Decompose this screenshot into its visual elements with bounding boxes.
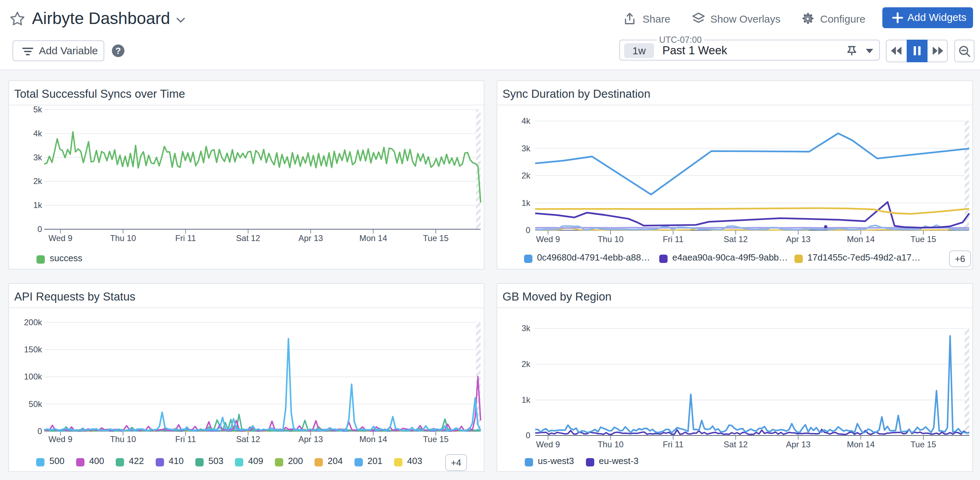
svg-text:150k: 150k [24,345,42,354]
svg-text:1k: 1k [522,198,531,208]
svg-text:Mon 14: Mon 14 [360,434,387,444]
svg-text:0: 0 [38,224,42,234]
svg-text:Apr 13: Apr 13 [299,434,323,444]
svg-text:Mon 14: Mon 14 [847,234,875,244]
svg-text:Fri 11: Fri 11 [663,440,684,449]
svg-text:4k: 4k [522,116,531,126]
svg-text:Fri 11: Fri 11 [175,233,196,243]
svg-text:Thu 10: Thu 10 [598,440,624,449]
svg-text:Sat 12: Sat 12 [236,233,260,243]
svg-text:3k: 3k [522,144,531,153]
svg-text:Wed 9: Wed 9 [49,233,73,243]
svg-text:Mon 14: Mon 14 [360,233,387,243]
svg-text:Wed 9: Wed 9 [536,234,560,244]
svg-text:0: 0 [38,426,42,436]
svg-text:Thu 10: Thu 10 [110,434,136,444]
svg-text:Thu 10: Thu 10 [110,233,136,243]
svg-text:Mon 14: Mon 14 [847,440,875,449]
svg-text:Fri 11: Fri 11 [663,234,684,244]
svg-text:0: 0 [526,431,530,440]
svg-text:3k: 3k [33,153,42,162]
svg-text:4k: 4k [33,129,42,138]
svg-text:Apr 13: Apr 13 [299,233,323,243]
svg-text:Apr 13: Apr 13 [786,440,811,449]
svg-text:Sat 12: Sat 12 [236,434,260,444]
svg-text:2k: 2k [33,176,42,186]
svg-text:Apr 13: Apr 13 [786,234,811,244]
svg-text:Wed 9: Wed 9 [536,440,560,449]
svg-text:Tue 15: Tue 15 [423,434,449,444]
svg-text:Tue 15: Tue 15 [910,234,936,244]
svg-text:Wed 9: Wed 9 [49,434,73,444]
svg-text:Sat 12: Sat 12 [724,234,748,244]
svg-text:5k: 5k [33,105,42,114]
svg-text:3k: 3k [522,324,531,333]
svg-text:100k: 100k [24,372,42,381]
svg-text:1k: 1k [522,395,531,405]
svg-text:Tue 15: Tue 15 [910,440,936,449]
svg-text:Thu 10: Thu 10 [598,234,624,244]
svg-text:0: 0 [526,225,530,235]
svg-text:Tue 15: Tue 15 [423,233,449,243]
svg-text:2k: 2k [522,171,531,180]
svg-text:Fri 11: Fri 11 [175,434,196,444]
svg-text:200k: 200k [24,317,42,327]
svg-text:Sat 12: Sat 12 [724,440,748,449]
svg-text:2k: 2k [522,359,531,369]
svg-text:50k: 50k [29,399,42,409]
svg-text:1k: 1k [33,200,42,210]
